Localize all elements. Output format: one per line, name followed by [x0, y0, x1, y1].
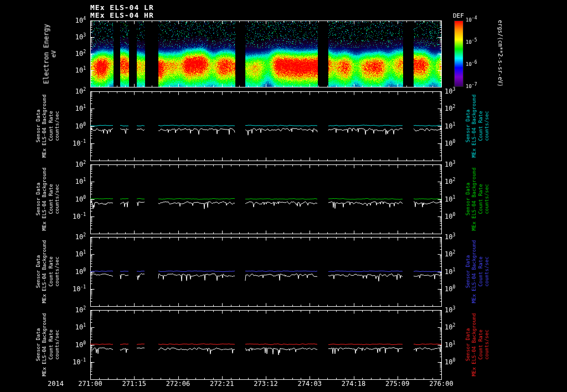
panel-left-axis-label: Sensor DataMEx ELS-04 BackgroundCount Ra…: [35, 233, 60, 311]
x-axis-tick-label: 274:03: [292, 380, 327, 388]
panel-left-axis-label: Sensor DataMEx ELS-04 BackgroundCount Ra…: [35, 306, 60, 384]
colorbar-tick-label: 10-4: [466, 18, 477, 23]
panel-right-ytick-label: 103: [445, 88, 455, 95]
panel-right-axis-label: Sensor DataMEx ELS-04 BackgroundCount Ra…: [465, 233, 490, 311]
x-axis-tick-label: 276:00: [424, 380, 459, 388]
panel-right-ytick-label: 102: [445, 251, 455, 258]
panel-right-ytick-label: 102: [445, 178, 455, 185]
panel-right-ytick-label: 100: [445, 359, 455, 366]
plot-title-lr: MEx ELS-04 LR: [90, 3, 154, 12]
spectrogram-ytick-label: 101: [0, 67, 86, 74]
plot-window: MEx ELS-04 LR MEx ELS-04 HR Electron Ene…: [0, 0, 567, 392]
panel-right-ytick-label: 101: [445, 269, 455, 276]
colorbar-tick-label: 10-5: [466, 40, 477, 45]
x-axis-tick-label: 271:15: [116, 380, 152, 388]
panel-right-ytick-label: 101: [445, 123, 455, 130]
x-axis-tick-label: 273:12: [248, 380, 284, 388]
colorbar-title: DEF: [453, 13, 464, 19]
panel-right-ytick-label: 103: [445, 161, 455, 168]
panel-right-axis-label: Sensor DataMEx ELS-04 BackgroundCount Ra…: [465, 87, 490, 165]
x-axis-tick-label: 271:00: [73, 380, 108, 388]
panel-right-ytick-label: 101: [445, 196, 455, 203]
colorbar-tick-label: 10-6: [466, 62, 477, 67]
panel-right-ytick-label: 102: [445, 324, 455, 331]
panel-right-axis-label: Sensor DataMEx ELS-04 BackgroundCount Ra…: [465, 306, 490, 384]
colorbar-unit-label: ergs/(cm**2-s-sr-eV): [497, 7, 503, 101]
panel-right-ytick-label: 103: [445, 234, 455, 241]
x-axis-tick-label: 272:06: [161, 380, 196, 388]
spectrogram-ytick-label: 102: [0, 50, 86, 58]
panel-left-axis-label: Sensor DataMEx ELS-04 BackgroundCount Ra…: [35, 161, 60, 238]
panel-right-ytick-label: 100: [445, 286, 455, 293]
plot-title-hr: MEx ELS-04 HR: [90, 11, 154, 19]
panel-right-ytick-label: 103: [445, 307, 455, 314]
x-axis-tick-label: 275:09: [380, 380, 415, 388]
x-axis-tick-label: 272:21: [204, 380, 240, 388]
panel-right-axis-label: Sensor DataMEx ELS-04 BackgroundCount Ra…: [465, 161, 490, 238]
panel-right-ytick-label: 100: [445, 140, 455, 147]
colorbar: [454, 20, 463, 87]
panel-right-ytick-label: 102: [445, 105, 455, 112]
spectrogram-ytick-label: 104: [0, 17, 86, 24]
spectrogram-ytick-label: 103: [0, 34, 86, 41]
x-axis-tick-label: 274:18: [336, 380, 372, 388]
panel-right-ytick-label: 100: [445, 213, 455, 220]
panel-left-axis-label: Sensor DataMEx ELS-04 BackgroundCount Ra…: [35, 87, 60, 165]
panel-right-ytick-label: 101: [445, 342, 455, 349]
